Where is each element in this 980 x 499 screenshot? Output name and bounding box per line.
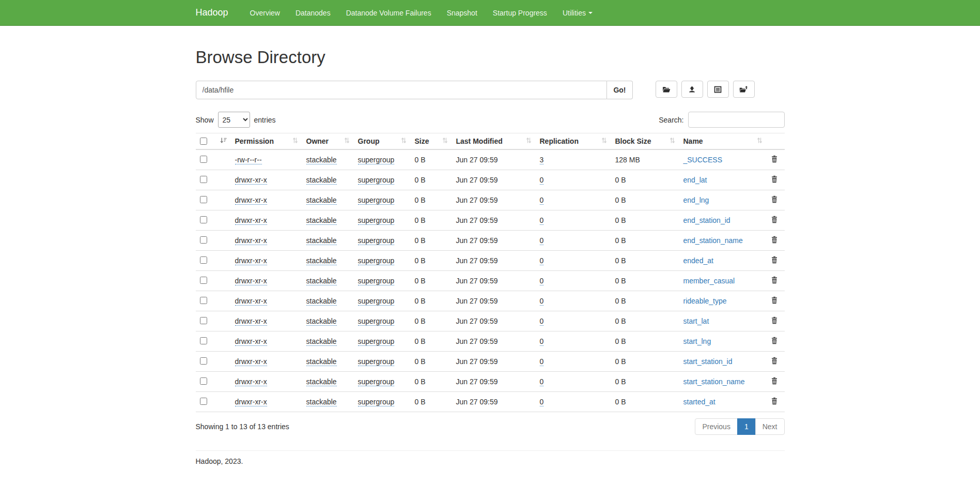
- upload-files-button[interactable]: [681, 81, 703, 98]
- delete-button[interactable]: [771, 276, 778, 285]
- delete-button[interactable]: [771, 397, 778, 406]
- trash-icon: [771, 278, 778, 285]
- cut-paste-button[interactable]: [707, 81, 729, 98]
- file-name-link[interactable]: start_station_name: [683, 377, 745, 386]
- delete-button[interactable]: [771, 296, 778, 306]
- last-modified-value: Jun 27 09:59: [452, 311, 536, 331]
- header-size[interactable]: Size: [411, 133, 452, 150]
- delete-button[interactable]: [771, 236, 778, 245]
- row-checkbox[interactable]: [200, 216, 207, 223]
- pagination-page-1[interactable]: 1: [737, 418, 756, 435]
- pagination-next[interactable]: Next: [755, 418, 785, 435]
- delete-button[interactable]: [771, 195, 778, 205]
- group-value: supergroup: [358, 277, 395, 285]
- page-length-control: Show 25 entries: [196, 112, 276, 128]
- pagination-previous[interactable]: Previous: [695, 418, 737, 435]
- file-name-link[interactable]: end_station_id: [683, 216, 730, 224]
- file-name-link[interactable]: _SUCCESS: [683, 156, 722, 164]
- nav-item-overview[interactable]: Overview: [242, 0, 288, 25]
- row-checkbox[interactable]: [200, 337, 207, 344]
- select-all-checkbox[interactable]: [200, 138, 207, 145]
- block-size-value: 0 B: [611, 251, 679, 271]
- permission-value: drwxr-xr-x: [235, 337, 267, 346]
- row-checkbox[interactable]: [200, 297, 207, 304]
- file-name-link[interactable]: end_lat: [683, 176, 707, 184]
- file-name-link[interactable]: start_station_id: [683, 357, 733, 366]
- file-action-buttons: [656, 81, 755, 98]
- replication-value: 0: [540, 196, 544, 205]
- sort-icon: [292, 137, 298, 145]
- table-row: drwxr-xr-x stackable supergroup 0 B Jun …: [196, 231, 785, 251]
- delete-button[interactable]: [771, 216, 778, 225]
- header-permission[interactable]: Permission: [231, 133, 302, 150]
- search-input[interactable]: [688, 112, 785, 128]
- header-name[interactable]: Name: [679, 133, 767, 150]
- replication-value: 3: [540, 156, 544, 164]
- nav-item-utilities-dropdown[interactable]: Utilities: [555, 0, 600, 25]
- table-row: drwxr-xr-x stackable supergroup 0 B Jun …: [196, 271, 785, 291]
- entries-label: entries: [254, 116, 276, 124]
- create-directory-button[interactable]: [656, 81, 677, 98]
- header-replication[interactable]: Replication: [536, 133, 611, 150]
- delete-button[interactable]: [771, 175, 778, 185]
- file-name-link[interactable]: start_lng: [683, 337, 711, 345]
- file-name-link[interactable]: ended_at: [683, 256, 713, 265]
- header-block-size[interactable]: Block Size: [611, 133, 679, 150]
- folder-open-icon: [662, 85, 671, 94]
- block-size-value: 0 B: [611, 231, 679, 251]
- directory-path-input[interactable]: [196, 81, 608, 99]
- owner-value: stackable: [306, 297, 337, 306]
- utilities-label: Utilities: [563, 9, 586, 17]
- path-toolbar: Go!: [196, 81, 785, 99]
- nav-item-datanodes[interactable]: Datanodes: [288, 0, 338, 25]
- row-checkbox[interactable]: [200, 317, 207, 324]
- block-size-value: 0 B: [611, 291, 679, 311]
- block-size-value: 128 MB: [611, 149, 679, 170]
- go-button[interactable]: Go!: [607, 81, 632, 99]
- replication-value: 0: [540, 377, 544, 386]
- file-name-link[interactable]: end_lng: [683, 196, 709, 204]
- sort-icon: [757, 137, 763, 145]
- row-checkbox[interactable]: [200, 196, 207, 203]
- delete-button[interactable]: [771, 377, 778, 386]
- owner-value: stackable: [306, 398, 337, 406]
- sort-icon: [401, 137, 407, 145]
- list-alt-icon: [713, 85, 722, 94]
- replication-value: 0: [540, 176, 544, 185]
- row-checkbox[interactable]: [200, 398, 207, 405]
- last-modified-value: Jun 27 09:59: [452, 170, 536, 190]
- select-all-header[interactable]: [196, 133, 231, 150]
- permission-value: drwxr-xr-x: [235, 297, 267, 306]
- delete-button[interactable]: [771, 155, 778, 164]
- delete-button[interactable]: [771, 337, 778, 346]
- header-owner[interactable]: Owner: [302, 133, 354, 150]
- row-checkbox[interactable]: [200, 277, 207, 284]
- row-checkbox[interactable]: [200, 156, 207, 163]
- nav-item-datanode-volume-failures[interactable]: Datanode Volume Failures: [338, 0, 439, 25]
- row-checkbox[interactable]: [200, 377, 207, 385]
- row-checkbox[interactable]: [200, 256, 207, 264]
- permission-value: drwxr-xr-x: [235, 196, 267, 205]
- nav-item-startup-progress[interactable]: Startup Progress: [485, 0, 555, 25]
- header-group[interactable]: Group: [354, 133, 411, 150]
- row-checkbox[interactable]: [200, 357, 207, 365]
- header-last-modified[interactable]: Last Modified: [452, 133, 536, 150]
- delete-button[interactable]: [771, 357, 778, 366]
- file-name-link[interactable]: start_lat: [683, 317, 709, 325]
- nav-item-snapshot[interactable]: Snapshot: [439, 0, 485, 25]
- brand-hadoop[interactable]: Hadoop: [196, 7, 236, 18]
- size-value: 0 B: [411, 311, 452, 331]
- delete-button[interactable]: [771, 316, 778, 326]
- table-row: drwxr-xr-x stackable supergroup 0 B Jun …: [196, 392, 785, 412]
- owner-value: stackable: [306, 357, 337, 366]
- file-name-link[interactable]: end_station_name: [683, 236, 743, 245]
- file-name-link[interactable]: member_casual: [683, 277, 735, 285]
- page-length-select[interactable]: 25: [218, 112, 250, 128]
- file-name-link[interactable]: started_at: [683, 398, 715, 406]
- owner-value: stackable: [306, 337, 337, 346]
- delete-button[interactable]: [771, 256, 778, 265]
- row-checkbox[interactable]: [200, 176, 207, 183]
- move-to-folder-button[interactable]: [733, 81, 755, 98]
- file-name-link[interactable]: rideable_type: [683, 297, 727, 305]
- row-checkbox[interactable]: [200, 236, 207, 244]
